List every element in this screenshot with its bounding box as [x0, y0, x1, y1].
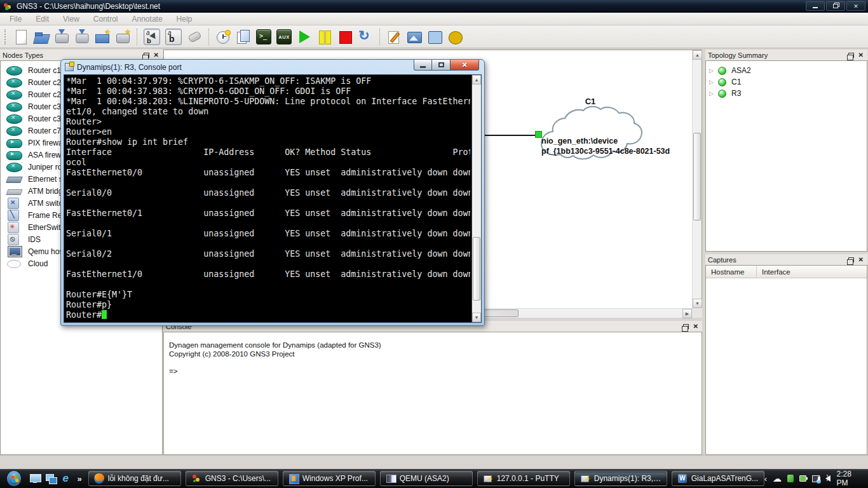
taskbar-button[interactable]: Dynamips(1): R3, ...	[574, 471, 667, 486]
scroll-up-icon[interactable]: ▲	[472, 75, 481, 85]
expander-icon[interactable]: ▷	[709, 90, 718, 97]
show-desktop-icon[interactable]	[29, 472, 40, 485]
router-icon	[6, 113, 22, 124]
topology-tree-item[interactable]: ▷C1	[706, 76, 867, 88]
float-panel-icon[interactable]	[848, 257, 854, 262]
cloud-icon	[6, 258, 22, 269]
float-panel-icon[interactable]	[848, 53, 854, 58]
new-blank-button[interactable]	[13, 29, 29, 44]
router-icon	[6, 77, 22, 88]
aux-console-button[interactable]: AUX	[276, 29, 292, 44]
nodes-panel-title: Nodes Types	[3, 51, 43, 59]
scroll-down-icon[interactable]: ▼	[472, 313, 481, 322]
start-button[interactable]	[6, 470, 22, 487]
draw-ellipse-button[interactable]	[447, 29, 463, 44]
topology-tree-item[interactable]: ▷R3	[706, 88, 867, 99]
captures-table: Hostname Interface	[705, 265, 867, 455]
nio-label-line2: pf_{1bb130c3-9551-4c8e-8021-53d	[541, 147, 670, 156]
router-icon	[6, 125, 22, 136]
save-button[interactable]	[54, 29, 69, 44]
close-panel-icon[interactable]: ✕	[858, 257, 864, 262]
juniper-router-icon	[6, 161, 22, 172]
terminal-output[interactable]: *Mar 1 00:04:37.979: %CRYPTO-6-ISAKMP_ON…	[66, 76, 470, 322]
topology-tree-item[interactable]: ▷ASA2	[706, 65, 867, 76]
show-hostnames-toggle[interactable]: ab	[165, 29, 182, 45]
close-panel-icon[interactable]: ✕	[693, 324, 698, 329]
close-button[interactable]: ✕	[846, 1, 865, 11]
router-icon	[6, 89, 22, 100]
new-folder-button[interactable]	[95, 29, 110, 44]
system-tray: ‹ ☁ 2:28 PM	[764, 470, 868, 487]
suspend-button[interactable]	[317, 29, 332, 44]
maximize-button[interactable]	[432, 60, 451, 71]
captures-panel-title: Captures	[708, 256, 736, 264]
minimize-button[interactable]	[806, 1, 825, 11]
vertical-scroll-thumb[interactable]	[693, 133, 701, 220]
terminal-scroll-thumb[interactable]	[473, 237, 480, 301]
canvas-vertical-scrollbar[interactable]: ▲ ▼	[692, 50, 702, 308]
reload-button[interactable]	[358, 29, 373, 44]
scroll-right-icon[interactable]: ▶	[682, 309, 692, 318]
internet-explorer-icon[interactable]: e	[60, 472, 71, 485]
draw-rectangle-button[interactable]	[427, 29, 442, 44]
expander-icon[interactable]: ▷	[709, 79, 718, 85]
cloud-tray-icon[interactable]: ☁	[773, 473, 782, 484]
terminal-scrollbar[interactable]: ▲ ▼	[471, 75, 481, 322]
asa-firewall-icon	[6, 149, 22, 160]
taskbar-button-label: GiaLapASATrenG...	[691, 474, 758, 483]
menu-view[interactable]: View	[56, 15, 86, 24]
scroll-up-icon[interactable]: ▲	[693, 50, 702, 60]
terminal-area[interactable]: *Mar 1 00:04:37.979: %CRYPTO-6-ISAKMP_ON…	[64, 74, 482, 323]
main-window-titlebar: GNS3 - C:\Users\haihung\Desktop\test.net…	[0, 0, 868, 13]
show-interface-names-toggle[interactable]: ab	[144, 29, 160, 45]
menu-file[interactable]: File	[3, 15, 29, 24]
dynamips-console-window[interactable]: Dynamips(1): R3, Console port ✕ *Mar 1 0…	[60, 59, 485, 326]
close-panel-icon[interactable]: ✕	[858, 53, 864, 58]
expander-icon[interactable]: ▷	[709, 67, 718, 74]
taskbar-clock[interactable]: 2:28 PM	[836, 470, 860, 487]
float-panel-icon[interactable]	[683, 324, 689, 329]
draw-link-button[interactable]	[187, 29, 202, 44]
taskbar-button[interactable]: GNS3 - C:\Users\...	[186, 471, 278, 486]
minimize-button[interactable]	[414, 60, 432, 71]
console-connect-button[interactable]	[256, 29, 271, 44]
insert-picture-button[interactable]	[407, 29, 422, 44]
taskbar-button[interactable]: 127.0.0.1 - PuTTY	[477, 471, 570, 486]
taskbar-button[interactable]: Windows XP Prof...	[283, 471, 376, 486]
console-panel: Console ✕ Dynagen management console for…	[163, 321, 702, 455]
open-button[interactable]	[34, 29, 49, 44]
taskbar-button[interactable]: GiaLapASATrenG...	[672, 471, 764, 486]
taskbar-button[interactable]: QEMU (ASA2)	[380, 471, 473, 486]
close-button[interactable]: ✕	[451, 60, 479, 71]
start-button[interactable]	[297, 29, 312, 44]
menu-annotate[interactable]: Annotate	[125, 15, 170, 24]
volume-icon[interactable]	[825, 475, 831, 482]
menu-help[interactable]: Help	[170, 15, 200, 24]
green-app-tray-icon[interactable]	[787, 475, 794, 482]
close-panel-icon[interactable]: ✕	[154, 53, 159, 58]
router-icon	[6, 65, 22, 76]
scroll-down-icon[interactable]: ▼	[693, 299, 702, 308]
quick-launch-overflow-icon[interactable]: »	[78, 474, 82, 484]
taskbar-button-label: GNS3 - C:\Users\...	[205, 474, 271, 483]
putty-icon	[580, 473, 590, 484]
idlepc-button[interactable]	[215, 29, 231, 44]
pix-firewall-icon	[6, 137, 22, 148]
window-switcher-icon[interactable]	[44, 472, 56, 485]
battery-icon[interactable]	[799, 475, 806, 482]
captures-col-hostname[interactable]: Hostname	[706, 266, 757, 278]
float-panel-icon[interactable]	[144, 53, 149, 58]
frame-relay-icon	[6, 210, 22, 220]
menu-control[interactable]: Control	[86, 15, 125, 24]
captures-col-interface[interactable]: Interface	[757, 268, 790, 276]
add-note-button[interactable]	[386, 29, 402, 44]
taskbar-button[interactable]: lỗi không đặt đư...	[88, 471, 181, 486]
stop-button[interactable]	[337, 29, 353, 44]
dynagen-console-output[interactable]: Dynagen management console for Dynamips …	[169, 341, 696, 376]
tray-expand-icon[interactable]: ‹	[764, 474, 767, 484]
snapshot-button[interactable]	[236, 29, 251, 44]
restore-button[interactable]	[826, 1, 845, 11]
export-button[interactable]	[115, 29, 130, 44]
menu-edit[interactable]: Edit	[29, 15, 56, 24]
save-as-button[interactable]	[74, 29, 89, 44]
